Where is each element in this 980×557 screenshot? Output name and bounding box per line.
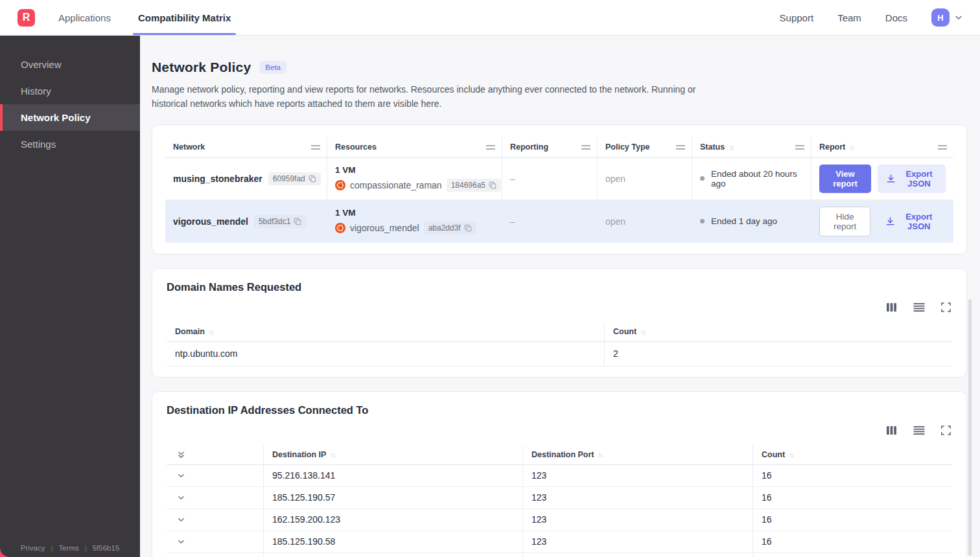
count-cell: 16 xyxy=(753,509,952,530)
column-header-count[interactable]: Count ↑↓ xyxy=(753,446,952,464)
destination-table-row[interactable]: 95.216.100.21 123 16 xyxy=(167,553,952,557)
sort-icon[interactable]: ↑↓ xyxy=(598,451,603,459)
expand-row-icon[interactable] xyxy=(177,472,185,480)
chevron-down-icon xyxy=(954,13,963,22)
sort-icon[interactable]: ↑↓ xyxy=(849,143,854,151)
sort-icon[interactable]: ↑↓ xyxy=(209,328,213,335)
destination-port-cell: 123 xyxy=(523,465,753,486)
avatar[interactable]: H xyxy=(931,8,950,27)
sidebar: Overview History Network Policy Settings xyxy=(0,36,140,557)
row-density-icon[interactable] xyxy=(913,302,925,312)
resource-id-badge: 184696a5 xyxy=(447,179,501,192)
column-resize-handle[interactable] xyxy=(311,145,320,150)
nav-link-support[interactable]: Support xyxy=(780,12,814,23)
destination-table-row[interactable]: 185.125.190.57 123 16 xyxy=(167,487,952,509)
column-header-policy-type[interactable]: Policy Type xyxy=(598,137,692,157)
report-toggle-button[interactable]: Hide report xyxy=(819,207,870,236)
count-cell: 16 xyxy=(753,553,952,557)
column-resize-handle[interactable] xyxy=(795,145,804,150)
fullscreen-icon[interactable] xyxy=(941,426,951,435)
domains-card: Domain Names Requested Domain ↑↓ Count xyxy=(152,268,967,378)
domain-table-row[interactable]: ntp.ubuntu.com 2 xyxy=(167,342,952,367)
resource-name: compassionate_raman xyxy=(350,180,442,190)
nav-tab[interactable]: Applications xyxy=(58,0,111,35)
domains-card-toolbar xyxy=(165,302,951,313)
fullscreen-icon[interactable] xyxy=(941,302,951,312)
app-window: R Applications Compatibility Matrix Supp… xyxy=(0,0,980,557)
column-header-network[interactable]: Network xyxy=(165,137,327,157)
app-logo[interactable]: R xyxy=(18,9,35,27)
export-json-button[interactable]: Export JSON xyxy=(877,207,946,236)
sidebar-item-label: History xyxy=(21,85,51,97)
user-menu[interactable]: H xyxy=(931,8,963,27)
report-toggle-button[interactable]: View report xyxy=(819,165,871,193)
column-header-report[interactable]: Report ↑↓ xyxy=(811,137,953,157)
policy-type-cell: open xyxy=(598,158,692,199)
column-header-domain[interactable]: Domain ↑↓ xyxy=(167,323,605,341)
main-content: Network Policy Beta Manage network polic… xyxy=(140,36,980,557)
column-header-reporting[interactable]: Reporting xyxy=(502,137,598,157)
row-expander-cell xyxy=(167,553,264,557)
network-cell: musing_stonebraker 60959fad xyxy=(165,158,327,199)
ubuntu-os-icon xyxy=(335,180,345,190)
network-table-row[interactable]: vigorous_mendel 5bdf3dc1 1 VM vigorous_m… xyxy=(165,200,953,243)
terms-link[interactable]: Terms xyxy=(58,544,78,552)
expand-row-icon[interactable] xyxy=(177,494,185,502)
column-resize-handle[interactable] xyxy=(676,145,685,150)
column-header-count[interactable]: Count ↑↓ xyxy=(605,323,952,341)
destination-port-cell: 123 xyxy=(523,487,753,508)
ubuntu-os-icon xyxy=(335,223,345,233)
destination-table-row[interactable]: 162.159.200.123 123 16 xyxy=(167,509,952,531)
nav-tab[interactable]: Compatibility Matrix xyxy=(138,0,231,35)
destinations-table-header: Destination IP ↑↓ Destination Port ↑↓ Co… xyxy=(167,446,952,465)
reporting-cell: – xyxy=(502,200,598,243)
sort-icon[interactable]: ↑↓ xyxy=(330,451,334,459)
sidebar-item-label: Settings xyxy=(21,139,56,150)
sidebar-item[interactable]: History xyxy=(0,78,140,104)
destination-table-row[interactable]: 95.216.138.141 123 16 xyxy=(167,465,952,487)
column-resize-handle[interactable] xyxy=(486,145,495,150)
column-header-destination-port[interactable]: Destination Port ↑↓ xyxy=(523,446,753,464)
destination-ip-cell: 185.125.190.58 xyxy=(264,531,523,552)
sidebar-item[interactable]: Network Policy xyxy=(0,104,140,131)
network-table-row[interactable]: musing_stonebraker 60959fad 1 VM compass… xyxy=(165,158,953,200)
column-header-status[interactable]: Status ↑↓ xyxy=(692,137,811,157)
column-resize-handle[interactable] xyxy=(581,145,590,150)
row-density-icon[interactable] xyxy=(913,426,925,435)
nav-link-team[interactable]: Team xyxy=(837,12,861,23)
sidebar-item[interactable]: Settings xyxy=(0,131,140,157)
privacy-link[interactable]: Privacy xyxy=(21,544,45,552)
column-resize-handle[interactable] xyxy=(938,145,947,150)
copy-icon[interactable] xyxy=(309,175,316,183)
network-id-badge: 60959fad xyxy=(268,172,321,185)
row-expander-cell xyxy=(167,487,264,508)
report-cell: Hide report Export JSON xyxy=(811,200,953,243)
expand-row-icon[interactable] xyxy=(177,538,185,546)
destination-table-row[interactable]: 185.125.190.58 123 16 xyxy=(167,531,952,553)
footer-divider: | xyxy=(51,544,52,552)
columns-icon[interactable] xyxy=(886,426,897,435)
page-description: Manage network policy, reporting and vie… xyxy=(152,82,722,111)
copy-icon[interactable] xyxy=(294,218,301,225)
nav-tab-label: Compatibility Matrix xyxy=(138,12,231,23)
copy-icon[interactable] xyxy=(489,181,496,189)
nav-link-docs[interactable]: Docs xyxy=(885,12,907,23)
sort-icon[interactable]: ↑↓ xyxy=(789,451,793,459)
network-name: musing_stonebraker xyxy=(173,174,262,184)
page-scrollbar[interactable] xyxy=(968,299,972,556)
destination-port-cell: 123 xyxy=(523,509,753,530)
status-cell: Ended 1 day ago xyxy=(692,200,811,243)
columns-icon[interactable] xyxy=(886,302,897,312)
copy-icon[interactable] xyxy=(464,224,472,232)
sidebar-item[interactable]: Overview xyxy=(0,51,140,78)
export-json-button[interactable]: Export JSON xyxy=(878,165,946,193)
top-navigation-bar: R Applications Compatibility Matrix Supp… xyxy=(0,0,980,36)
destination-ip-cell: 185.125.190.57 xyxy=(264,487,523,508)
expand-row-icon[interactable] xyxy=(177,516,185,524)
column-header-resources[interactable]: Resources xyxy=(327,137,502,157)
expand-all-icon[interactable] xyxy=(177,450,185,459)
sort-icon[interactable]: ↑↓ xyxy=(729,143,733,151)
sort-icon[interactable]: ↑↓ xyxy=(640,328,645,335)
column-header-destination-ip[interactable]: Destination IP ↑↓ xyxy=(264,446,523,464)
domains-card-title: Domain Names Requested xyxy=(165,281,953,293)
